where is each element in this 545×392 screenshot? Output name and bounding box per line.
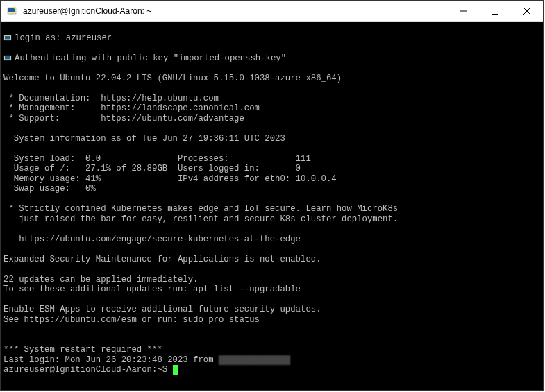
promo-line: * Strictly confined Kubernetes makes edg… [3, 204, 398, 214]
svg-rect-2 [10, 14, 13, 15]
promo-url: https://ubuntu.com/engage/secure-kuberne… [3, 235, 301, 244]
updates-line: 22 updates can be applied immediately. [3, 275, 198, 284]
esm-line: Expanded Security Maintenance for Applic… [3, 255, 321, 264]
putty-mini-icon [3, 34, 13, 42]
esm-see-line: See https://ubuntu.com/esm or run: sudo … [3, 315, 260, 325]
cursor [173, 365, 178, 375]
mgmt-link-line: * Management: https://landscape.canonica… [3, 103, 260, 113]
sysinfo-row: Memory usage: 41% IPv4 address for eth0:… [3, 174, 337, 184]
svg-rect-1 [8, 8, 15, 12]
login-prompt: login as: [15, 33, 66, 44]
login-user: azureuser [66, 33, 112, 44]
window-title: azureuser@IgnitionCloud-Aaron: ~ [22, 6, 447, 16]
putty-icon [6, 6, 17, 17]
window-controls [447, 1, 543, 21]
auth-line: Authenticating with public key "imported… [3, 53, 540, 64]
restart-required: *** System restart required *** [3, 345, 162, 355]
esm-enable-line: Enable ESM Apps to receive additional fu… [3, 305, 321, 314]
shell-prompt: azureuser@IgnitionCloud-Aaron:~$ [3, 365, 173, 375]
last-login-line: Last login: Mon Jun 26 20:23:48 2023 fro… [3, 355, 290, 365]
support-link-line: * Support: https://ubuntu.com/advantage [3, 114, 244, 123]
updates-hint: To see these additional updates run: apt… [3, 284, 301, 294]
svg-rect-8 [5, 36, 10, 40]
putty-mini-icon [3, 54, 13, 62]
titlebar[interactable]: azureuser@IgnitionCloud-Aaron: ~ [1, 1, 543, 22]
sysinfo-row: System load: 0.0 Processes: 111 [3, 154, 311, 164]
putty-window: azureuser@IgnitionCloud-Aaron: ~ login a… [0, 0, 544, 391]
sysinfo-row: Usage of /: 27.1% of 28.89GB Users logge… [3, 164, 301, 173]
maximize-button[interactable] [479, 1, 511, 21]
sysinfo-header: System information as of Tue Jun 27 19:3… [3, 134, 285, 144]
promo-line: just raised the bar for easy, resilient … [3, 214, 398, 224]
shell-prompt-line: azureuser@IgnitionCloud-Aaron:~$ [3, 365, 178, 375]
doc-link-line: * Documentation: https://help.ubuntu.com [3, 94, 219, 103]
svg-rect-10 [5, 56, 10, 60]
terminal[interactable]: login as: azureuser Authenticating with … [1, 22, 543, 390]
close-button[interactable] [511, 1, 543, 21]
minimize-button[interactable] [447, 1, 479, 21]
last-login-ip-redacted: xx.xxx.xxx.xxx [219, 355, 290, 365]
maximize-icon [492, 8, 498, 15]
svg-rect-4 [492, 8, 498, 14]
auth-text: Authenticating with public key "imported… [15, 53, 286, 64]
last-login-prefix: Last login: Mon Jun 26 20:23:48 2023 fro… [3, 355, 219, 365]
welcome-line: Welcome to Ubuntu 22.04.2 LTS (GNU/Linux… [3, 74, 342, 83]
close-icon [523, 8, 530, 15]
sysinfo-row: Swap usage: 0% [3, 184, 96, 194]
login-prompt-line: login as: azureuser [3, 33, 540, 44]
minimize-icon [460, 8, 467, 15]
